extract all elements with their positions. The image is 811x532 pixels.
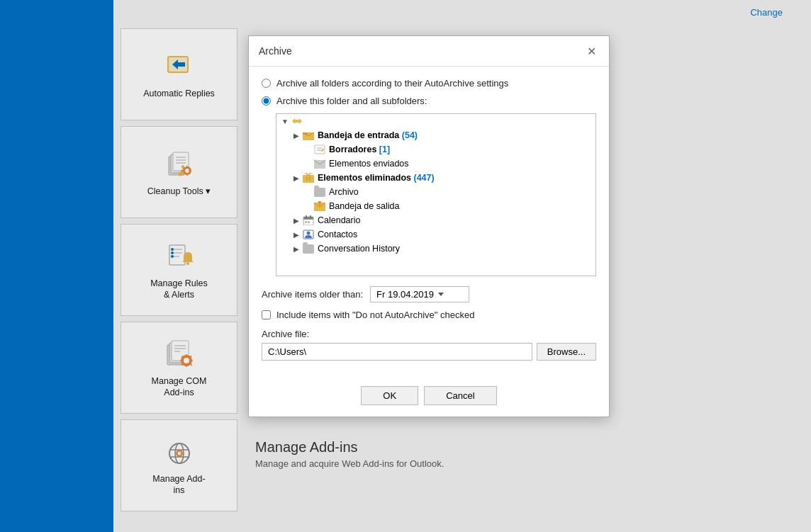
svg-rect-66 bbox=[308, 221, 310, 223]
expand-drafts bbox=[302, 144, 313, 155]
expand-outbox bbox=[302, 200, 313, 212]
archive-dialog: Archive ✕ Archive all folders according … bbox=[248, 35, 610, 417]
dialog-close-button[interactable]: ✕ bbox=[583, 43, 599, 59]
tree-label-contacts: Contactos bbox=[318, 230, 357, 239]
donotarchive-checkbox[interactable] bbox=[262, 310, 271, 319]
checkbox-row: Include items with "Do not AutoArchive" … bbox=[262, 310, 596, 320]
tree-item-contacts[interactable]: ▶ Contactos bbox=[276, 227, 595, 242]
archive-date-row: Archive items older than: Fr 19.04.2019 bbox=[262, 286, 596, 302]
tree-label-outbox: Bandeja de salida bbox=[329, 201, 399, 211]
tree-item-drafts[interactable]: Borradores [1] bbox=[276, 142, 595, 157]
folder-tree[interactable]: ▼ ▶ bbox=[276, 113, 596, 276]
svg-rect-56 bbox=[303, 175, 314, 183]
radio-folder[interactable] bbox=[262, 96, 271, 106]
tree-item-deleted[interactable]: ▶ Elementos eliminados (447) bbox=[276, 171, 595, 185]
radio-all[interactable] bbox=[262, 79, 271, 88]
svg-rect-62 bbox=[303, 217, 313, 220]
tree-item-archive[interactable]: Archivo bbox=[276, 185, 595, 199]
dropdown-arrow-icon bbox=[438, 293, 444, 296]
checkbox-label[interactable]: Include items with "Do not AutoArchive" … bbox=[276, 310, 474, 320]
archive-file-input-row: Browse... bbox=[262, 343, 596, 361]
sent-icon bbox=[313, 158, 326, 169]
dialog-footer: OK Cancel bbox=[249, 382, 609, 417]
date-value: Fr 19.04.2019 bbox=[376, 289, 434, 300]
archive-folder-icon bbox=[313, 186, 326, 198]
deleted-icon bbox=[302, 172, 315, 183]
tree-label-history: Conversation History bbox=[318, 244, 400, 254]
archive-file-input[interactable] bbox=[262, 343, 532, 361]
browse-button[interactable]: Browse... bbox=[537, 343, 596, 361]
ok-button[interactable]: OK bbox=[361, 386, 418, 405]
cancel-button[interactable]: Cancel bbox=[424, 386, 496, 405]
radio-all-label[interactable]: Archive all folders according to their A… bbox=[276, 78, 508, 89]
tree-label-drafts: Borradores [1] bbox=[329, 145, 390, 154]
expand-history[interactable]: ▶ bbox=[291, 243, 302, 254]
tree-label-calendar: Calendario bbox=[318, 215, 360, 225]
tree-item-root[interactable]: ▼ bbox=[276, 114, 595, 128]
archive-date-label: Archive items older than: bbox=[262, 289, 363, 300]
expand-inbox[interactable]: ▶ bbox=[291, 130, 302, 141]
tree-label-archive: Archivo bbox=[329, 187, 359, 197]
tree-item-outbox[interactable]: Bandeja de salida bbox=[276, 199, 595, 213]
expand-root[interactable]: ▼ bbox=[279, 115, 291, 127]
archive-file-row: Archive file: Browse... bbox=[262, 329, 596, 361]
date-dropdown[interactable]: Fr 19.04.2019 bbox=[370, 286, 469, 302]
archive-file-label: Archive file: bbox=[262, 329, 596, 339]
radio-folder-row: Archive this folder and all subfolders: bbox=[262, 96, 596, 106]
outbox-icon bbox=[313, 200, 326, 212]
inbox-icon bbox=[302, 130, 315, 141]
radio-folder-label[interactable]: Archive this folder and all subfolders: bbox=[276, 96, 427, 106]
svg-point-68 bbox=[307, 232, 311, 235]
dialog-titlebar: Archive ✕ bbox=[249, 36, 609, 67]
tree-item-inbox[interactable]: ▶ Bandeja de entrada (54) bbox=[276, 128, 595, 142]
expand-deleted[interactable]: ▶ bbox=[291, 172, 302, 183]
radio-all-row: Archive all folders according to their A… bbox=[262, 78, 596, 89]
expand-calendar[interactable]: ▶ bbox=[291, 215, 302, 226]
tree-label-deleted: Elementos eliminados (447) bbox=[318, 173, 435, 183]
contacts-icon bbox=[302, 229, 315, 240]
tree-item-sent[interactable]: Elementos enviados bbox=[276, 157, 595, 171]
expand-archive bbox=[302, 186, 313, 198]
calendar-icon bbox=[302, 215, 315, 226]
drafts-icon bbox=[313, 144, 326, 155]
tree-label-inbox: Bandeja de entrada (54) bbox=[318, 130, 418, 140]
tree-label-sent: Elementos enviados bbox=[329, 159, 409, 169]
svg-rect-65 bbox=[305, 221, 307, 223]
history-icon bbox=[302, 243, 315, 254]
tree-item-calendar[interactable]: ▶ Calendario bbox=[276, 213, 595, 227]
expand-contacts[interactable]: ▶ bbox=[291, 229, 302, 240]
tree-item-history[interactable]: ▶ Conversation History bbox=[276, 242, 595, 256]
root-icon bbox=[291, 115, 303, 127]
dialog-body: Archive all folders according to their A… bbox=[249, 67, 609, 382]
dialog-title: Archive bbox=[259, 45, 292, 57]
expand-sent bbox=[302, 158, 313, 169]
